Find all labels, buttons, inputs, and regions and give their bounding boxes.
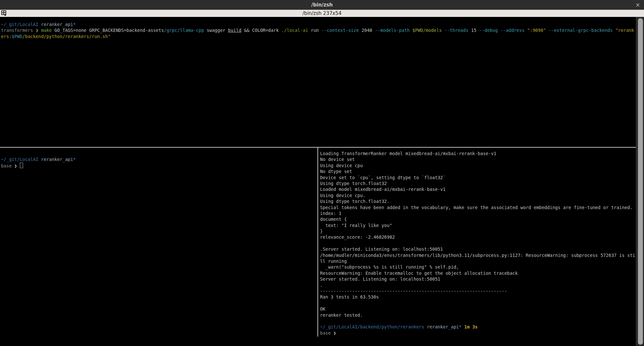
window-resize-bar: /bin/zsh 237x54 [0,10,644,17]
terminal-window: /bin/zsh × /bin/zsh 237x54 ~/_git/LocalA… [0,0,644,346]
terminal-line [320,240,636,246]
terminal-line: ~/_git/LocalAI reranker_api* [1,21,636,27]
terminal-line: Ran 3 tests in 63.530s [320,294,636,300]
terminal-line: Server started. Listening on: localhost:… [320,276,636,282]
terminal-area: ~/_git/LocalAI reranker_api*transformers… [0,17,636,346]
terminal-line: ----------------------------------------… [320,288,636,294]
terminal-line: base ❯ [1,163,318,168]
terminal-line: _warn("subprocess %s is still running" %… [320,264,636,270]
pane-divider-vertical[interactable] [317,147,318,337]
terminal-line [320,318,636,324]
terminal-line: base ❯ [320,330,636,336]
terminal-line: ll running [320,258,636,264]
terminal-line: transformers ❯ make GO_TAGS=none GRPC_BA… [1,27,636,33]
terminal-line: relevance_score: -2.46826982 [320,234,636,240]
terminal-line: Loading TransformerRanker model mixedbre… [320,151,636,156]
tmux-pane-top[interactable]: ~/_git/LocalAI reranker_api*transformers… [0,17,636,151]
terminal-line: No device set [320,156,636,162]
window-menu-icon[interactable] [1,10,8,16]
terminal-line: OK [320,306,636,312]
terminal-line: ers:$PWD/backend/python/rerankers/run.sh… [1,33,636,39]
window-title-bar: /bin/zsh × [0,0,644,10]
terminal-line: Using device cpu [320,163,636,168]
terminal-line: index: 1 [320,210,636,216]
resize-info-label: /bin/zsh 237x54 [302,10,342,16]
scrollbar-track[interactable] [636,17,644,346]
terminal-line: ~/_git/LocalAI/backend/python/rerankers … [320,324,636,330]
terminal-line: Device set to `cpu`, setting dtype to `f… [320,175,636,180]
terminal-line: document { [320,216,636,222]
terminal-line: Loaded model mixedbread-ai/mxbai-rerank-… [320,186,636,192]
terminal-line: No dtype set [320,168,636,174]
terminal-line: .Server started. Listening on: localhost… [320,246,636,252]
terminal-line: . [320,282,636,288]
terminal-line: Using dtype torch.float32 [320,180,636,186]
terminal-line: reranker tested. [320,312,636,318]
tmux-pane-bottom-left[interactable]: ~/_git/LocalAI reranker_api*base ❯ [0,147,318,340]
scrollbar-thumb[interactable] [638,18,643,345]
terminal-line: ResourceWarning: Enable tracemalloc to g… [320,270,636,276]
window-title: /bin/zsh [311,2,333,8]
terminal-line: Special tokens have been added in the vo… [320,205,636,210]
tmux-pane-bottom-right[interactable]: Loading TransformerRanker model mixedbre… [320,147,636,340]
terminal-line: text: "I really like you" [320,222,636,228]
terminal-line: ~/_git/LocalAI reranker_api* [1,156,318,162]
terminal-line: /home/mudler/miniconda3/envs/transformer… [320,252,636,258]
terminal-line: Using device cpu. [320,193,636,198]
terminal-line [320,300,636,306]
terminal-line: Using dtype torch.float32. [320,198,636,204]
terminal-line: } [320,228,636,234]
terminal-line [1,151,318,156]
close-icon[interactable]: × [636,0,640,10]
